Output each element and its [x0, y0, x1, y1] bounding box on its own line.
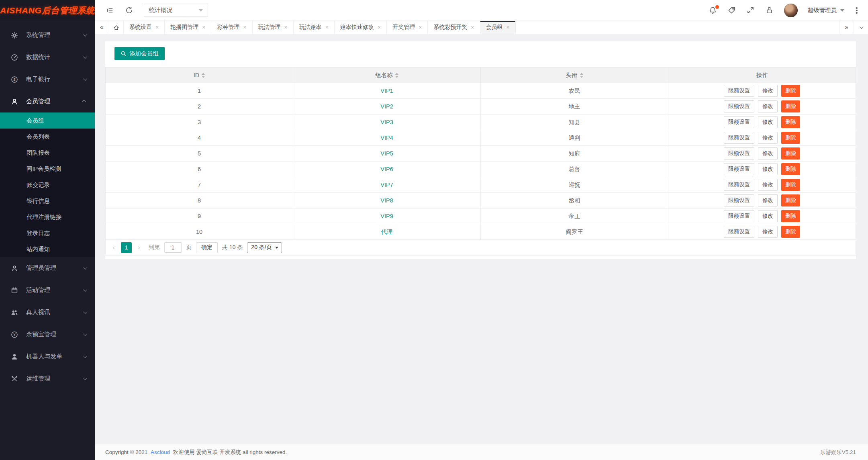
tabs-collapse-right-icon[interactable]: » — [839, 21, 854, 34]
tab-6[interactable]: 赔率快速修改× — [335, 21, 387, 34]
limit-settings-button[interactable]: 限额设置 — [724, 210, 754, 222]
edit-button[interactable]: 修改 — [758, 163, 778, 175]
limit-settings-button[interactable]: 限额设置 — [724, 85, 754, 97]
limit-settings-button[interactable]: 限额设置 — [724, 132, 754, 144]
edit-button[interactable]: 修改 — [758, 132, 778, 144]
edit-button[interactable]: 修改 — [758, 210, 778, 222]
sidebar-item-1[interactable]: 系统管理 — [0, 24, 95, 46]
sidebar-item-9[interactable]: 机器人与发单 — [0, 346, 95, 368]
sidebar-subitem-2[interactable]: 会员列表 — [0, 129, 95, 145]
group-link[interactable]: VIP9 — [380, 213, 393, 219]
sidebar-subitem-1[interactable]: 会员组 — [0, 112, 95, 129]
tab-9[interactable]: 会员组× — [480, 21, 516, 34]
tab-8[interactable]: 系统彩预开奖× — [428, 21, 480, 34]
limit-settings-button[interactable]: 限额设置 — [724, 179, 754, 191]
sidebar-subitem-8[interactable]: 登录日志 — [0, 225, 95, 241]
delete-button[interactable]: 删除 — [781, 85, 800, 97]
delete-button[interactable]: 删除 — [781, 226, 800, 238]
close-icon[interactable]: × — [507, 25, 510, 30]
sidebar-item-10[interactable]: 运维管理 — [0, 368, 95, 390]
group-link[interactable]: VIP3 — [380, 119, 393, 125]
sidebar-item-2[interactable]: 数据统计 — [0, 46, 95, 68]
delete-button[interactable]: 删除 — [781, 163, 800, 175]
sidebar-item-3[interactable]: $电子银行 — [0, 68, 95, 90]
delete-button[interactable]: 删除 — [781, 147, 800, 159]
column-header[interactable]: 组名称 — [293, 67, 481, 83]
limit-settings-button[interactable]: 限额设置 — [724, 116, 754, 128]
bell-icon[interactable] — [709, 6, 717, 15]
tab-1[interactable]: 系统设置× — [124, 21, 165, 34]
more-options-icon[interactable] — [856, 10, 858, 11]
sidebar-subitem-5[interactable]: 账变记录 — [0, 177, 95, 193]
sidebar-item-6[interactable]: 活动管理 — [0, 279, 95, 301]
tab-5[interactable]: 玩法赔率× — [294, 21, 335, 34]
quick-nav-select[interactable]: 统计概况 — [144, 4, 208, 17]
edit-button[interactable]: 修改 — [758, 147, 778, 159]
close-icon[interactable]: × — [325, 25, 329, 30]
edit-button[interactable]: 修改 — [758, 116, 778, 128]
sort-icon[interactable] — [580, 73, 583, 78]
tab-3[interactable]: 彩种管理× — [211, 21, 252, 34]
sidebar-subitem-7[interactable]: 代理注册链接 — [0, 209, 95, 225]
tab-2[interactable]: 轮播图管理× — [165, 21, 211, 34]
tab-4[interactable]: 玩法管理× — [253, 21, 294, 34]
next-page-icon[interactable]: › — [136, 243, 142, 251]
delete-button[interactable]: 删除 — [781, 210, 800, 222]
home-icon[interactable] — [109, 21, 124, 34]
sidebar-item-8[interactable]: ¥余额宝管理 — [0, 323, 95, 346]
edit-button[interactable]: 修改 — [758, 85, 778, 97]
per-page-select[interactable]: 20 条/页 — [247, 242, 282, 253]
delete-button[interactable]: 删除 — [781, 116, 800, 128]
column-header[interactable]: ID — [106, 67, 293, 83]
column-header[interactable]: 头衔 — [481, 67, 668, 83]
tab-7[interactable]: 开奖管理× — [387, 21, 428, 34]
close-icon[interactable]: × — [155, 25, 159, 30]
edit-button[interactable]: 修改 — [758, 100, 778, 112]
edit-button[interactable]: 修改 — [758, 226, 778, 238]
sidebar-subitem-6[interactable]: 银行信息 — [0, 193, 95, 209]
sidebar-item-5[interactable]: 管理员管理 — [0, 257, 95, 279]
close-icon[interactable]: × — [471, 25, 474, 30]
tabs-dropdown-icon[interactable] — [854, 21, 868, 34]
admin-menu[interactable]: 超级管理员 — [808, 6, 845, 14]
sidebar-item-4[interactable]: 会员管理 — [0, 90, 95, 112]
group-link[interactable]: VIP5 — [380, 150, 393, 157]
sidebar-subitem-4[interactable]: 同IP会员检测 — [0, 161, 95, 177]
close-icon[interactable]: × — [378, 25, 381, 30]
limit-settings-button[interactable]: 限额设置 — [724, 226, 754, 238]
group-link[interactable]: VIP8 — [380, 197, 393, 204]
group-link[interactable]: VIP4 — [380, 135, 393, 141]
group-link[interactable]: 代理 — [381, 229, 393, 235]
edit-button[interactable]: 修改 — [758, 179, 778, 191]
page-number-button[interactable]: 1 — [121, 242, 132, 253]
sort-icon[interactable] — [202, 73, 205, 78]
group-link[interactable]: VIP2 — [380, 103, 393, 110]
delete-button[interactable]: 删除 — [781, 132, 800, 144]
limit-settings-button[interactable]: 限额设置 — [724, 147, 754, 159]
menu-fold-icon[interactable] — [105, 6, 114, 15]
edit-button[interactable]: 修改 — [758, 194, 778, 206]
goto-page-input[interactable] — [164, 242, 182, 253]
delete-button[interactable]: 删除 — [781, 179, 800, 191]
prev-page-icon[interactable]: ‹ — [111, 243, 116, 251]
limit-settings-button[interactable]: 限额设置 — [724, 194, 754, 206]
tag-icon[interactable] — [727, 6, 736, 15]
unlock-icon[interactable] — [765, 6, 774, 15]
add-member-group-button[interactable]: 添加会员组 — [114, 47, 165, 60]
limit-settings-button[interactable]: 限额设置 — [724, 163, 754, 175]
close-icon[interactable]: × — [419, 25, 422, 30]
group-link[interactable]: VIP7 — [380, 182, 393, 188]
delete-button[interactable]: 删除 — [781, 194, 800, 206]
sidebar-subitem-9[interactable]: 站内通知 — [0, 241, 95, 257]
fullscreen-icon[interactable] — [746, 6, 755, 15]
close-icon[interactable]: × — [202, 25, 205, 30]
close-icon[interactable]: × — [243, 25, 246, 30]
delete-button[interactable]: 删除 — [781, 100, 800, 112]
limit-settings-button[interactable]: 限额设置 — [724, 100, 754, 112]
sidebar-item-7[interactable]: 真人视讯 — [0, 301, 95, 323]
refresh-icon[interactable] — [125, 6, 133, 15]
sort-icon[interactable] — [395, 73, 398, 78]
ascloud-link[interactable]: Ascloud — [151, 449, 170, 455]
avatar[interactable] — [784, 4, 798, 17]
group-link[interactable]: VIP6 — [380, 166, 393, 172]
